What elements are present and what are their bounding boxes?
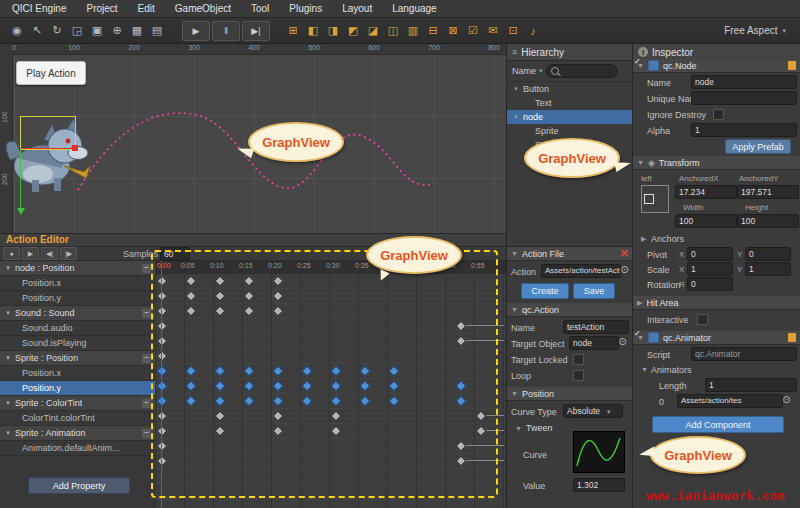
scale-tool-icon[interactable]: ◲ [68,22,86,40]
remove-track-button[interactable]: − [142,264,151,273]
keyframe[interactable] [455,380,466,391]
keyframe[interactable] [330,410,341,421]
keyframe[interactable] [156,395,167,406]
keyframe[interactable] [156,365,167,376]
remove-track-button[interactable]: − [142,429,151,438]
gizmo-x-handle[interactable] [72,145,78,151]
menu-item-gameobject[interactable]: GameObject [165,0,241,17]
action-path-field[interactable]: Assets/action/testActio [541,264,621,278]
keyframe[interactable] [359,380,370,391]
gizmo-x-axis[interactable] [20,148,76,149]
keyframe[interactable] [272,395,283,406]
interactive-checkbox[interactable] [697,314,708,325]
keyframe[interactable] [330,380,341,391]
keyframe[interactable] [455,335,466,346]
keyframe[interactable] [156,380,167,391]
samples-input[interactable]: 60 [160,247,190,261]
search-input[interactable] [546,64,618,78]
keyframe[interactable] [330,395,341,406]
width-field[interactable]: 100 [675,214,737,228]
layers-icon[interactable]: ▤ [148,22,166,40]
keyframe[interactable] [272,425,283,436]
menu-item-project[interactable]: Project [76,0,127,17]
add-component-button[interactable]: Add Component [652,416,784,433]
qc-node-header[interactable]: ▼ qc.Node [633,59,800,73]
hierarchy-item-button[interactable]: ▼Button [507,82,632,96]
keyframe[interactable] [156,440,167,451]
target-locked-checkbox[interactable] [573,354,584,365]
keyframe[interactable] [272,410,283,421]
zoom-tool-icon[interactable]: ⊕ [108,22,126,40]
anchor-preset-icon[interactable]: ⊞ [284,22,302,40]
keyframe[interactable] [185,290,196,301]
grid-icon[interactable]: ▦ [128,22,146,40]
keyframe[interactable] [243,365,254,376]
object-picker-icon[interactable]: ⊙ [617,336,628,347]
menu-item-tool[interactable]: Tool [241,0,279,17]
keyframe[interactable] [272,365,283,376]
prefab-icon[interactable] [788,333,796,342]
keyframe[interactable] [301,395,312,406]
align-left-icon[interactable]: ◧ [304,22,322,40]
action-file-header[interactable]: ▼ Action File [507,247,632,261]
remove-track-button[interactable]: − [142,309,151,318]
keyframe[interactable] [156,305,167,316]
transform-header[interactable]: ▼ ◈ Transform [633,156,800,170]
anchored-y-field[interactable]: 197.571 [737,185,799,199]
chevron-down-icon[interactable]: ▾ [539,67,543,75]
keyframe[interactable] [301,365,312,376]
chevron-down-icon[interactable]: ▼ [641,366,648,373]
distribute-h-icon[interactable]: ◫ [384,22,402,40]
keyframe[interactable] [455,440,466,451]
alpha-field[interactable]: 1 [691,123,797,137]
track-sound-isplaying[interactable]: Sound.isPlaying [0,336,155,351]
keyframe[interactable] [243,305,254,316]
anchored-x-field[interactable]: 17.234 [675,185,737,199]
keyframe[interactable] [272,275,283,286]
lock-icon[interactable]: ⊠ [444,22,462,40]
keyframe[interactable] [330,425,341,436]
object-picker-icon[interactable]: ⊙ [619,264,630,275]
pause-button[interactable]: ‖ [212,21,240,41]
keyframe[interactable] [243,395,254,406]
ignore-destroy-checkbox[interactable] [713,109,724,120]
track-sprite-colortint[interactable]: ▼Sprite : ColorTint− [0,396,155,411]
target-object-field[interactable]: node [569,336,619,350]
keyframe[interactable] [156,320,167,331]
track-animation-defaultanim[interactable]: Animation.defaultAnim... [0,441,155,456]
component-enabled-checkbox[interactable] [648,332,659,343]
scale-x-field[interactable]: 1 [687,262,733,276]
menu-item-layout[interactable]: Layout [332,0,382,17]
menu-item-plugins[interactable]: Plugins [279,0,332,17]
keyframe[interactable] [243,275,254,286]
hierarchy-item-sprite[interactable]: Sprite [507,124,632,138]
keyframe[interactable] [214,395,225,406]
keyframe[interactable] [156,275,167,286]
next-key-icon[interactable]: |▶ [60,247,77,260]
keyframe[interactable] [455,395,466,406]
move-tool-icon[interactable]: ↖ [28,22,46,40]
animators-label[interactable]: Animators [651,364,692,376]
qc-action-header[interactable]: ▼ qc.Action [507,303,632,317]
keyframe[interactable] [214,425,225,436]
play-button[interactable]: ▶ [182,21,210,41]
action-name-field[interactable]: testAction [563,320,629,334]
timeline-tracks[interactable] [155,273,506,508]
prev-key-icon[interactable]: ◀| [41,247,58,260]
step-button[interactable]: ▶| [242,21,270,41]
hierarchy-item-node[interactable]: ▼node [507,110,632,124]
keyframe[interactable] [243,380,254,391]
hierarchy-item-text[interactable]: Text [507,96,632,110]
object-picker-icon[interactable]: ⊙ [781,394,792,405]
keyframe[interactable] [388,365,399,376]
gizmo-y-axis[interactable] [20,148,21,208]
chevron-right-icon[interactable]: ▶ [641,235,646,243]
keyframe[interactable] [272,305,283,316]
track-sprite-position[interactable]: ▼Sprite : Position− [0,351,155,366]
keyframe[interactable] [156,425,167,436]
track-position-y[interactable]: Position.y [0,381,155,396]
qc-animator-header[interactable]: ▼ qc.Animator [633,331,800,345]
align-top-icon[interactable]: ◩ [344,22,362,40]
mail-icon[interactable]: ✉ [484,22,502,40]
prefab-icon[interactable] [788,61,796,70]
